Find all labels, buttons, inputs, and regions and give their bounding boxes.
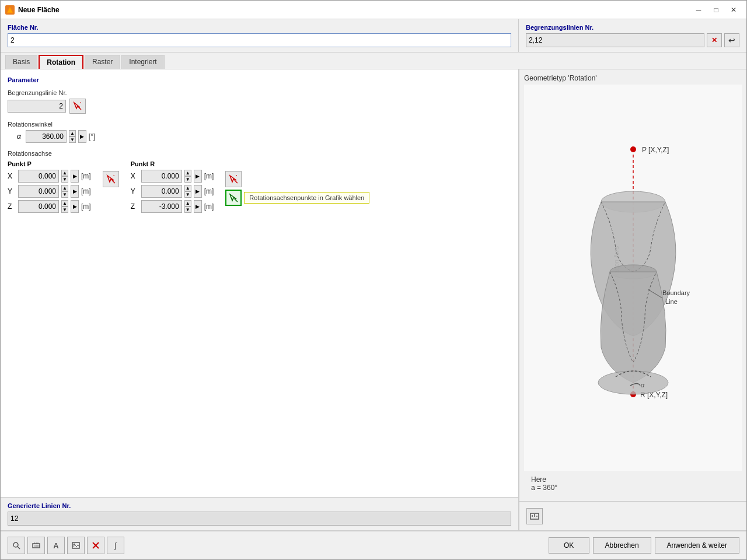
begrenz-linie-label: Begrenzungslinie Nr.	[8, 89, 511, 96]
r-z-down[interactable]: ▼	[184, 206, 191, 213]
annotation-line2: a = 360°	[531, 484, 735, 492]
footer-left: 0.00 A ∫	[8, 537, 124, 554]
footer-btn-1[interactable]	[8, 537, 25, 554]
title-bar: Neue Fläche ─ □ ✕	[1, 1, 746, 19]
rotationswinkel-group: Rotationswinkel α ▲ ▼ ▶ [°]	[8, 121, 511, 143]
begrenz-linie-input[interactable]	[8, 100, 66, 113]
r-x-row: X ▲ ▼ ▶ [m]	[131, 170, 214, 183]
r-z-up[interactable]: ▲	[184, 200, 191, 206]
alpha-row: α ▲ ▼ ▶ [°]	[17, 130, 511, 143]
begrenz-linie-select-btn[interactable]	[69, 99, 86, 114]
p-y-up[interactable]: ▲	[61, 185, 68, 191]
r-cursor-icon2	[228, 192, 239, 203]
r-x-spin: ▲ ▼	[184, 170, 191, 183]
r-y-row: Y ▲ ▼ ▶ [m]	[131, 185, 214, 198]
r-z-label: Z	[131, 202, 139, 211]
r-select-btn1[interactable]	[225, 171, 242, 187]
begrenz-select-btn2[interactable]: ↩	[724, 33, 739, 47]
abbrechen-button[interactable]: Abbrechen	[593, 537, 651, 554]
diagram-action-btn[interactable]	[526, 508, 543, 524]
r-y-spin: ▲ ▼	[184, 185, 191, 198]
alpha-input[interactable]	[26, 130, 67, 143]
begrenzungslinien-input[interactable]	[526, 33, 704, 47]
p-select-btn[interactable]	[103, 171, 119, 187]
measure-icon: 0.00	[32, 541, 41, 550]
svg-line-5	[235, 180, 238, 183]
alpha-arrow-btn[interactable]: ▶	[78, 130, 86, 143]
p-z-input[interactable]	[18, 200, 59, 213]
close-button[interactable]: ✕	[725, 4, 742, 16]
alpha-up-btn[interactable]: ▲	[69, 130, 76, 136]
svg-text:0.00: 0.00	[34, 544, 40, 548]
r-y-input[interactable]	[141, 185, 182, 198]
maximize-button[interactable]: □	[708, 4, 724, 16]
p-x-row: X ▲ ▼ ▶ [m]	[8, 170, 91, 183]
tab-integriert[interactable]: Integriert	[121, 55, 164, 69]
footer-btn-3[interactable]: A	[47, 537, 65, 554]
p-x-down[interactable]: ▼	[61, 176, 68, 183]
p-icon-col	[103, 171, 119, 187]
punkt-p-label: Punkt P	[8, 160, 91, 167]
ok-button[interactable]: OK	[549, 537, 589, 554]
r-x-input[interactable]	[141, 170, 182, 183]
footer-btn-4[interactable]	[67, 537, 85, 554]
minimize-button[interactable]: ─	[690, 4, 707, 16]
p-y-input[interactable]	[18, 185, 59, 198]
p-z-arrow[interactable]: ▶	[71, 200, 79, 213]
tab-basis[interactable]: Basis	[5, 55, 37, 69]
r-y-label: Y	[131, 187, 139, 195]
begrenz-select-btn1[interactable]: ✕	[707, 33, 722, 47]
footer-btn-5[interactable]	[87, 537, 104, 554]
r-x-label: X	[131, 172, 139, 180]
svg-line-3	[112, 180, 115, 183]
alpha-symbol: α	[17, 132, 21, 141]
r-x-down[interactable]: ▼	[184, 176, 191, 183]
tab-rotation[interactable]: Rotation	[39, 55, 83, 69]
r-x-up[interactable]: ▲	[184, 170, 191, 176]
p-y-label: Y	[8, 187, 16, 195]
svg-text:P [X,Y,Z]: P [X,Y,Z]	[642, 146, 669, 154]
punkt-r-label: Punkt R	[131, 160, 214, 167]
p-y-arrow[interactable]: ▶	[71, 185, 79, 198]
r-z-arrow[interactable]: ▶	[194, 200, 202, 213]
footer: 0.00 A ∫	[1, 530, 746, 559]
r-x-arrow[interactable]: ▶	[194, 170, 202, 183]
generierte-linien-input[interactable]	[8, 512, 511, 526]
app-icon	[5, 5, 15, 15]
r-select-btn2[interactable]	[225, 190, 242, 206]
alpha-spin-controls: ▲ ▼	[69, 130, 76, 143]
anwenden-button[interactable]: Anwenden & weiter	[655, 537, 739, 554]
p-x-unit: [m]	[81, 172, 91, 180]
p-z-unit: [m]	[81, 202, 91, 211]
r-y-down[interactable]: ▼	[184, 191, 191, 198]
r-z-spin: ▲ ▼	[184, 200, 191, 213]
image-icon	[71, 541, 81, 550]
punkt-r-section: Punkt R X ▲ ▼ ▶ [m]	[131, 160, 214, 215]
r-icon-col: Rotationsachsenpunkte in Grafik wählen	[225, 171, 369, 206]
alpha-down-btn[interactable]: ▼	[69, 136, 76, 143]
svg-marker-0	[7, 7, 13, 13]
svg-point-25	[13, 542, 18, 547]
p-z-up[interactable]: ▲	[61, 200, 68, 206]
footer-btn-6[interactable]: ∫	[107, 537, 124, 554]
flaeche-input[interactable]	[8, 33, 511, 47]
svg-line-26	[18, 547, 20, 549]
p-x-arrow[interactable]: ▶	[71, 170, 79, 183]
tab-raster[interactable]: Raster	[85, 55, 120, 69]
r-y-up[interactable]: ▲	[184, 185, 191, 191]
punkt-sections: Punkt P X ▲ ▼ ▶ [m]	[8, 160, 511, 215]
r-y-arrow[interactable]: ▶	[194, 185, 202, 198]
rotation-diagram: P [X,Y,Z] R [X,Y,Z] Rotation Axis	[540, 132, 727, 424]
p-z-down[interactable]: ▼	[61, 206, 68, 213]
flaeche-section: Fläche Nr.	[1, 19, 519, 52]
p-x-label: X	[8, 172, 16, 180]
p-x-up[interactable]: ▲	[61, 170, 68, 176]
diagram-icon	[529, 511, 540, 522]
footer-btn-2[interactable]: 0.00	[27, 537, 45, 554]
p-x-input[interactable]	[18, 170, 59, 183]
r-z-input[interactable]	[141, 200, 182, 213]
p-y-down[interactable]: ▼	[61, 191, 68, 198]
left-panel: Parameter Begrenzungslinie Nr.	[1, 69, 519, 530]
diagram-area: P [X,Y,Z] R [X,Y,Z] Rotation Axis	[524, 85, 742, 471]
main-content: Parameter Begrenzungslinie Nr.	[1, 69, 746, 530]
